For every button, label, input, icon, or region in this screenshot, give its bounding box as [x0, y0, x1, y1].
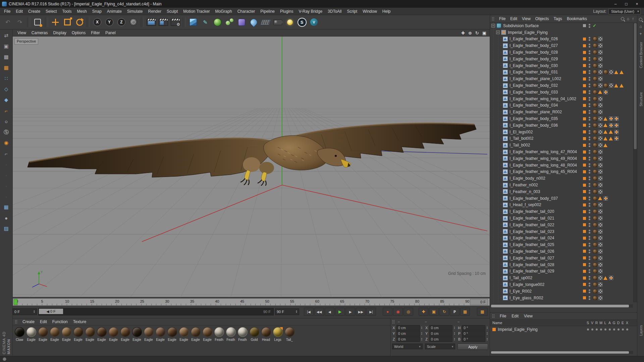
layer-toggle[interactable]	[607, 328, 612, 330]
tag-tri-icon[interactable]	[603, 117, 607, 121]
tree-row[interactable]: I_Eagle_feather_body_027	[490, 42, 634, 49]
tree-row[interactable]: I_Eagle_feather_tail_025	[490, 241, 634, 248]
object-name[interactable]: I_Eye_glass_R002	[509, 296, 543, 300]
object-name[interactable]: I_Eagle_feather_wing_long_45_R004	[509, 169, 577, 174]
tree-row[interactable]: I_Eagle_body_n002	[490, 175, 634, 182]
tag-tri-icon[interactable]	[620, 70, 624, 74]
layer-toggle[interactable]	[621, 328, 625, 330]
layer-toggle[interactable]	[599, 328, 603, 330]
visibility-dots[interactable]	[589, 190, 590, 194]
tree-row[interactable]: I_Eagle_feather_body_026	[490, 36, 634, 43]
menu-item[interactable]: Window	[360, 9, 380, 14]
polygon-object-icon[interactable]	[503, 63, 508, 68]
tag-uvw-icon[interactable]	[598, 236, 603, 240]
tag-uvw-icon[interactable]	[598, 156, 603, 161]
visibility-dots[interactable]	[589, 123, 590, 127]
tag-tri-icon[interactable]	[609, 130, 613, 134]
tag-uvw-icon[interactable]	[598, 149, 603, 154]
object-manager-menu-item[interactable]: Edit	[508, 16, 520, 21]
quantize-icon[interactable]: ·	[1, 160, 11, 169]
panel-grip-icon[interactable]	[392, 320, 395, 324]
tree-row[interactable]: I_Eagle_feather_body_029	[490, 56, 634, 62]
material-thumbnail[interactable]	[97, 327, 107, 337]
deformer-icon[interactable]	[236, 16, 247, 28]
tag-mat-icon[interactable]	[593, 269, 597, 274]
polygon-object-icon[interactable]	[503, 50, 508, 55]
object-name[interactable]: I_Eagle_feather_body_029	[509, 57, 558, 61]
object-name[interactable]: I_Eagle_feather_body_034	[509, 103, 558, 108]
keyframe-pla-toggle[interactable]: ▦	[460, 308, 470, 316]
layer-chip[interactable]	[583, 84, 586, 87]
points-mode-icon[interactable]: ∷	[1, 74, 11, 83]
tree-row[interactable]: I_Eagle_feather_body_028	[490, 49, 634, 56]
tag-uvw-icon[interactable]	[598, 289, 603, 294]
visibility-dots[interactable]	[589, 183, 590, 187]
subdivision-surface-icon[interactable]	[212, 16, 223, 28]
visibility-dots[interactable]	[589, 230, 590, 234]
coord-value-field[interactable]: 0 cm	[396, 325, 420, 330]
tag-mat-icon[interactable]	[593, 242, 597, 247]
visibility-dots[interactable]	[589, 130, 590, 134]
timeline-playhead[interactable]	[14, 299, 17, 305]
tag-uvw-icon[interactable]	[598, 176, 603, 181]
tag-mat-icon[interactable]	[593, 289, 597, 294]
tag-uvw-icon[interactable]	[598, 163, 603, 168]
visibility-dots[interactable]	[589, 110, 590, 114]
tag-mat-icon[interactable]	[593, 90, 597, 95]
polygon-object-icon[interactable]	[503, 255, 508, 260]
polygon-object-icon[interactable]	[503, 196, 508, 201]
object-name[interactable]: I_Eagle_feather_body_037	[509, 196, 558, 201]
pan-view-icon[interactable]: ✚	[461, 31, 465, 36]
layer-menu-item[interactable]: File	[497, 314, 509, 318]
visibility-dots[interactable]	[589, 223, 590, 227]
object-name[interactable]: I_Eagle_feather_wing_long_49_R004	[509, 156, 577, 161]
material-item[interactable]: Eagle	[131, 327, 142, 342]
tag-mat-icon[interactable]	[593, 176, 597, 181]
material-item[interactable]: Eagle	[167, 327, 177, 342]
tag-uvw-icon[interactable]	[598, 229, 603, 234]
material-thumbnail[interactable]	[85, 327, 95, 337]
visibility-dots[interactable]	[589, 209, 590, 214]
layer-chip[interactable]	[583, 190, 586, 193]
viewport-menu-item[interactable]: View	[15, 31, 29, 35]
tag-uvw-icon[interactable]	[598, 183, 603, 187]
polygon-object-icon[interactable]	[503, 76, 508, 81]
polygon-object-icon[interactable]	[503, 96, 508, 101]
tree-row[interactable]: I_El_legs002	[490, 129, 634, 135]
visibility-dots[interactable]	[589, 83, 590, 87]
tag-tri-icon[interactable]	[609, 137, 613, 140]
material-thumbnail[interactable]	[144, 327, 154, 337]
menu-item[interactable]: Pipeline	[258, 9, 277, 14]
polygon-object-icon[interactable]	[503, 209, 508, 214]
tag-mat-icon[interactable]	[593, 249, 597, 254]
light-icon[interactable]	[284, 16, 296, 28]
visibility-dots[interactable]	[589, 269, 590, 273]
layer-chip[interactable]	[583, 296, 586, 299]
panel-grip-icon[interactable]	[492, 314, 495, 318]
tag-uvw-icon[interactable]	[598, 169, 603, 174]
tag-uvw-icon[interactable]	[598, 262, 603, 267]
tag-sel-icon[interactable]	[609, 276, 613, 280]
layer-chip[interactable]	[583, 277, 586, 280]
panel-grip-icon[interactable]	[492, 17, 495, 21]
visibility-dots[interactable]	[589, 37, 590, 41]
menu-item[interactable]: Render	[146, 9, 164, 14]
polygon-object-icon[interactable]	[503, 242, 508, 247]
polygon-object-icon[interactable]	[503, 229, 508, 234]
visibility-dots[interactable]	[589, 97, 590, 101]
y-axis-lock-icon[interactable]: Y	[104, 16, 115, 28]
tag-tri-icon[interactable]	[598, 196, 602, 200]
menu-item[interactable]: Script	[344, 9, 360, 14]
coord-value-field[interactable]: 0 cm	[429, 331, 453, 336]
camera-icon[interactable]	[272, 16, 283, 28]
tree-row[interactable]: I_Eagle_feather_wing_long_48_R004	[490, 162, 634, 169]
tag-mat-icon[interactable]	[593, 196, 597, 201]
polygon-object-icon[interactable]	[503, 43, 508, 48]
material-item[interactable]: Gold	[249, 327, 260, 342]
view-label[interactable]: Perspective	[14, 38, 38, 45]
viewport-solo-icon[interactable]: ○	[1, 117, 11, 126]
tag-uvw-icon[interactable]	[609, 70, 613, 74]
prev-frame-button[interactable]: ◀	[325, 308, 334, 316]
object-name[interactable]: I_Eagle_feather_tail_028	[509, 262, 554, 267]
range-end-field[interactable]: 90 F ▲▼	[275, 308, 299, 315]
